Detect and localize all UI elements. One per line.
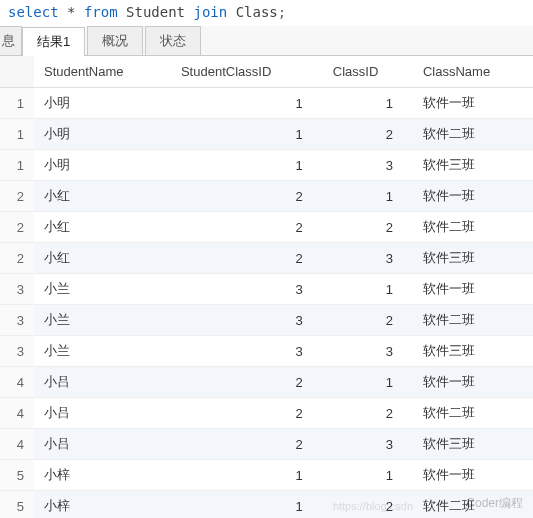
cell-studentclassid[interactable]: 2 bbox=[171, 367, 323, 398]
row-number: 2 bbox=[0, 212, 34, 243]
row-number: 3 bbox=[0, 305, 34, 336]
cell-classid[interactable]: 2 bbox=[323, 212, 413, 243]
cell-classid[interactable]: 2 bbox=[323, 398, 413, 429]
cell-studentname[interactable]: 小吕 bbox=[34, 367, 171, 398]
table-row[interactable]: 2小红22软件二班 bbox=[0, 212, 533, 243]
table-row[interactable]: 4小吕22软件二班 bbox=[0, 398, 533, 429]
cell-classname[interactable]: 软件三班 bbox=[413, 429, 533, 460]
table-row[interactable]: 1小明11软件一班 bbox=[0, 88, 533, 119]
grid-header-studentclassid[interactable]: StudentClassID bbox=[171, 56, 323, 88]
cell-classname[interactable]: 软件三班 bbox=[413, 243, 533, 274]
cell-classname[interactable]: 软件二班 bbox=[413, 212, 533, 243]
table-row[interactable]: 5小梓12软件二班 bbox=[0, 491, 533, 519]
cell-studentclassid[interactable]: 1 bbox=[171, 491, 323, 519]
cell-classid[interactable]: 3 bbox=[323, 150, 413, 181]
table-row[interactable]: 2小红21软件一班 bbox=[0, 181, 533, 212]
table-row[interactable]: 5小梓11软件一班 bbox=[0, 460, 533, 491]
cell-studentname[interactable]: 小明 bbox=[34, 88, 171, 119]
tab-status[interactable]: 状态 bbox=[145, 26, 201, 55]
cell-classname[interactable]: 软件一班 bbox=[413, 460, 533, 491]
sql-keyword-from: from bbox=[84, 4, 118, 20]
cell-classid[interactable]: 2 bbox=[323, 491, 413, 519]
cell-classname[interactable]: 软件二班 bbox=[413, 398, 533, 429]
cell-studentname[interactable]: 小明 bbox=[34, 150, 171, 181]
cell-studentclassid[interactable]: 1 bbox=[171, 119, 323, 150]
cell-studentclassid[interactable]: 2 bbox=[171, 429, 323, 460]
row-number: 1 bbox=[0, 119, 34, 150]
cell-studentclassid[interactable]: 2 bbox=[171, 181, 323, 212]
cell-classid[interactable]: 1 bbox=[323, 367, 413, 398]
cell-studentname[interactable]: 小吕 bbox=[34, 398, 171, 429]
table-row[interactable]: 3小兰31软件一班 bbox=[0, 274, 533, 305]
cell-classname[interactable]: 软件三班 bbox=[413, 150, 533, 181]
cell-studentname[interactable]: 小吕 bbox=[34, 429, 171, 460]
sql-table-class: Class bbox=[236, 4, 278, 20]
result-grid[interactable]: StudentName StudentClassID ClassID Class… bbox=[0, 56, 533, 518]
cell-classid[interactable]: 3 bbox=[323, 243, 413, 274]
cell-studentclassid[interactable]: 1 bbox=[171, 150, 323, 181]
row-number: 5 bbox=[0, 460, 34, 491]
sql-table-student: Student bbox=[126, 4, 185, 20]
cell-studentclassid[interactable]: 3 bbox=[171, 305, 323, 336]
cell-studentclassid[interactable]: 2 bbox=[171, 212, 323, 243]
sql-editor[interactable]: select * from Student join Class; bbox=[0, 0, 533, 26]
grid-header-row: StudentName StudentClassID ClassID Class… bbox=[0, 56, 533, 88]
cell-studentclassid[interactable]: 2 bbox=[171, 243, 323, 274]
row-number: 4 bbox=[0, 367, 34, 398]
row-number: 1 bbox=[0, 88, 34, 119]
cell-studentclassid[interactable]: 1 bbox=[171, 88, 323, 119]
cell-classname[interactable]: 软件一班 bbox=[413, 181, 533, 212]
grid-header-classname[interactable]: ClassName bbox=[413, 56, 533, 88]
table-row[interactable]: 3小兰32软件二班 bbox=[0, 305, 533, 336]
cell-studentname[interactable]: 小红 bbox=[34, 243, 171, 274]
cell-studentname[interactable]: 小兰 bbox=[34, 336, 171, 367]
cell-classname[interactable]: 软件二班 bbox=[413, 119, 533, 150]
cell-classname[interactable]: 软件二班 bbox=[413, 305, 533, 336]
row-number: 3 bbox=[0, 274, 34, 305]
sql-star: * bbox=[67, 4, 75, 20]
sql-keyword-select: select bbox=[8, 4, 59, 20]
cell-classid[interactable]: 1 bbox=[323, 181, 413, 212]
row-number: 3 bbox=[0, 336, 34, 367]
table-row[interactable]: 4小吕21软件一班 bbox=[0, 367, 533, 398]
cell-classname[interactable]: 软件一班 bbox=[413, 367, 533, 398]
cell-studentname[interactable]: 小兰 bbox=[34, 305, 171, 336]
cell-studentclassid[interactable]: 3 bbox=[171, 336, 323, 367]
cell-studentclassid[interactable]: 1 bbox=[171, 460, 323, 491]
cell-classid[interactable]: 1 bbox=[323, 274, 413, 305]
tab-profile[interactable]: 概况 bbox=[87, 26, 143, 55]
cell-studentname[interactable]: 小红 bbox=[34, 181, 171, 212]
cell-studentclassid[interactable]: 2 bbox=[171, 398, 323, 429]
grid-header-rownum[interactable] bbox=[0, 56, 34, 88]
cell-classname[interactable]: 软件一班 bbox=[413, 88, 533, 119]
cell-classname[interactable]: 软件三班 bbox=[413, 336, 533, 367]
cell-studentname[interactable]: 小明 bbox=[34, 119, 171, 150]
grid-header-studentname[interactable]: StudentName bbox=[34, 56, 171, 88]
cell-studentname[interactable]: 小梓 bbox=[34, 491, 171, 519]
result-tabs: 息 结果1 概况 状态 bbox=[0, 26, 533, 56]
table-row[interactable]: 2小红23软件三班 bbox=[0, 243, 533, 274]
tab-fragment[interactable]: 息 bbox=[0, 26, 22, 55]
grid-header-classid[interactable]: ClassID bbox=[323, 56, 413, 88]
row-number: 2 bbox=[0, 243, 34, 274]
cell-classid[interactable]: 3 bbox=[323, 336, 413, 367]
cell-studentname[interactable]: 小红 bbox=[34, 212, 171, 243]
cell-studentname[interactable]: 小梓 bbox=[34, 460, 171, 491]
cell-classid[interactable]: 2 bbox=[323, 305, 413, 336]
cell-classid[interactable]: 1 bbox=[323, 460, 413, 491]
cell-classname[interactable]: 软件二班 bbox=[413, 491, 533, 519]
cell-studentclassid[interactable]: 3 bbox=[171, 274, 323, 305]
row-number: 2 bbox=[0, 181, 34, 212]
table-row[interactable]: 1小明13软件三班 bbox=[0, 150, 533, 181]
sql-keyword-join: join bbox=[194, 4, 228, 20]
cell-classname[interactable]: 软件一班 bbox=[413, 274, 533, 305]
cell-classid[interactable]: 2 bbox=[323, 119, 413, 150]
table-row[interactable]: 3小兰33软件三班 bbox=[0, 336, 533, 367]
table-row[interactable]: 4小吕23软件三班 bbox=[0, 429, 533, 460]
cell-studentname[interactable]: 小兰 bbox=[34, 274, 171, 305]
cell-classid[interactable]: 3 bbox=[323, 429, 413, 460]
cell-classid[interactable]: 1 bbox=[323, 88, 413, 119]
tab-result1[interactable]: 结果1 bbox=[22, 27, 85, 56]
table-row[interactable]: 1小明12软件二班 bbox=[0, 119, 533, 150]
row-number: 4 bbox=[0, 398, 34, 429]
